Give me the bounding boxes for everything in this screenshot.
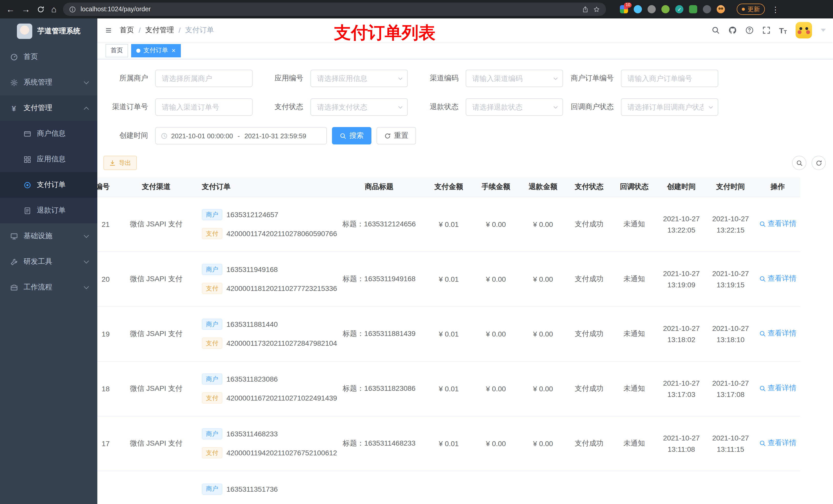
actions-cell: 查看详情 bbox=[755, 251, 800, 306]
tab-label: 支付订单 bbox=[143, 46, 168, 55]
sidebar-item-infra[interactable]: 基础设施 bbox=[0, 223, 97, 249]
avatar-caret-icon[interactable] bbox=[821, 29, 826, 32]
browser-back-button[interactable]: ← bbox=[6, 5, 15, 14]
export-button[interactable]: 导出 bbox=[103, 156, 137, 170]
breadcrumb-home[interactable]: 首页 bbox=[120, 26, 134, 35]
col-header-amount: 支付金额 bbox=[425, 177, 472, 197]
share-icon[interactable] bbox=[582, 6, 589, 13]
app-no-select[interactable] bbox=[311, 70, 407, 87]
pay-amount: ¥ 0.01 bbox=[425, 306, 472, 361]
order-id: 18 bbox=[97, 361, 118, 416]
refresh-table-button[interactable] bbox=[811, 156, 826, 170]
fullscreen-icon[interactable] bbox=[762, 26, 770, 34]
pay-status-select[interactable] bbox=[311, 99, 407, 115]
browser-home-button[interactable]: ⌂ bbox=[51, 5, 56, 14]
address-bar[interactable]: localhost:1024/pay/order bbox=[63, 3, 606, 16]
sidebar-toggle-icon[interactable]: ≡ bbox=[105, 24, 112, 36]
pay-tag: 支付 bbox=[202, 228, 222, 239]
view-detail-link[interactable]: 查看详情 bbox=[759, 439, 796, 448]
reset-button[interactable]: 重置 bbox=[377, 127, 416, 144]
extension-icon[interactable] bbox=[648, 5, 656, 13]
view-detail-link[interactable]: 查看详情 bbox=[759, 219, 796, 229]
merchant-order-no: 1635311881440 bbox=[227, 320, 278, 328]
field-label: 商户订单编号 bbox=[568, 74, 621, 83]
pay-status: 支付成功 bbox=[567, 306, 612, 361]
user-avatar[interactable] bbox=[795, 22, 812, 39]
view-detail-link[interactable]: 查看详情 bbox=[759, 329, 796, 338]
actions-cell: 查看详情 bbox=[755, 306, 800, 361]
search-button[interactable]: 搜索 bbox=[332, 127, 372, 144]
extension-check-icon[interactable]: ✓ bbox=[675, 5, 684, 13]
pay-order-cell: 商户 1635311949168 支付 42000011812021102777… bbox=[195, 251, 333, 306]
close-icon[interactable]: × bbox=[172, 47, 175, 54]
chevron-down-icon bbox=[84, 233, 89, 238]
pay-amount: ¥ 0.01 bbox=[425, 251, 472, 306]
view-detail-label: 查看详情 bbox=[768, 439, 796, 448]
sidebar-item-pay[interactable]: ¥ 支付管理 bbox=[0, 95, 97, 121]
extension-icon[interactable] bbox=[634, 5, 642, 13]
col-header-title: 商品标题 bbox=[333, 177, 425, 197]
pay-order-cell: 商户 1635311468233 支付 42000011942021102767… bbox=[195, 416, 333, 471]
site-info-icon[interactable] bbox=[69, 6, 76, 13]
font-size-icon[interactable]: TT bbox=[779, 26, 787, 34]
extensions-puzzle-icon[interactable] bbox=[703, 5, 711, 13]
tab-home[interactable]: 首页 bbox=[105, 44, 128, 57]
product-title: 标题：1635312124656 bbox=[333, 197, 425, 251]
pay-amount: ¥ 0.01 bbox=[425, 197, 472, 251]
sidebar-item-system[interactable]: 系统管理 bbox=[0, 70, 97, 95]
export-button-label: 导出 bbox=[119, 159, 131, 167]
create-time: 13:17:03 bbox=[657, 388, 706, 400]
breadcrumb-pay[interactable]: 支付管理 bbox=[145, 26, 174, 35]
view-detail-link[interactable]: 查看详情 bbox=[759, 274, 796, 284]
help-icon[interactable] bbox=[745, 26, 753, 34]
view-detail-link[interactable]: 查看详情 bbox=[759, 384, 796, 393]
field-label: 退款状态 bbox=[413, 102, 466, 112]
sidebar-item-workflow[interactable]: 工作流程 bbox=[0, 274, 97, 300]
search-icon[interactable] bbox=[711, 26, 719, 34]
pay-transaction-no: 4200001173202110272847982104 bbox=[227, 339, 337, 347]
date-start-value: 2021-10-01 00:00:00 bbox=[171, 132, 233, 140]
merchant-order-no: 1635311823086 bbox=[227, 375, 278, 383]
toggle-search-button[interactable] bbox=[792, 156, 806, 170]
pay-tag: 支付 bbox=[202, 283, 222, 294]
monitor-icon bbox=[9, 232, 19, 240]
app-root: ← → ⌂ localhost:1024/pay/order 10 ✓ 更新 ⋮ bbox=[0, 0, 833, 504]
browser-update-button[interactable]: 更新 bbox=[737, 4, 765, 15]
extension-icon[interactable] bbox=[689, 5, 697, 13]
extension-icon[interactable]: 10 bbox=[620, 5, 628, 13]
browser-reload-button[interactable] bbox=[37, 5, 45, 13]
dashboard-icon bbox=[9, 53, 19, 61]
refund-status-select[interactable] bbox=[466, 99, 563, 115]
pay-channel: 微信 JSAPI 支付 bbox=[118, 416, 195, 471]
merchant-tag: 商户 bbox=[202, 483, 222, 495]
browser-forward-button[interactable]: → bbox=[22, 5, 30, 14]
extension-icon[interactable] bbox=[662, 5, 670, 13]
table-row: 19 微信 JSAPI 支付 商户 1635311881440 支付 bbox=[97, 306, 800, 361]
sidebar-item-label: 支付订单 bbox=[37, 180, 66, 190]
github-icon[interactable] bbox=[728, 26, 736, 34]
view-detail-label: 查看详情 bbox=[768, 329, 796, 338]
sidebar-item-app-info[interactable]: 应用信息 bbox=[0, 146, 97, 172]
sidebar-item-merchant-info[interactable]: 商户信息 bbox=[0, 121, 97, 146]
sidebar-item-home[interactable]: 首页 bbox=[0, 44, 97, 70]
channel-code-select[interactable] bbox=[466, 70, 563, 87]
merchant-input[interactable] bbox=[156, 70, 252, 87]
pay-order-cell: 商户 1635311881440 支付 42000011732021102728… bbox=[195, 306, 333, 361]
notify-status-select[interactable] bbox=[621, 99, 718, 115]
sidebar-item-refund-order[interactable]: 退款订单 bbox=[0, 198, 97, 223]
tool-icon bbox=[9, 258, 19, 266]
sidebar-item-devtools[interactable]: 研发工具 bbox=[0, 249, 97, 274]
tab-pay-order[interactable]: 支付订单 × bbox=[131, 44, 181, 57]
create-time-range-picker[interactable]: 2021-10-01 00:00:00 - 2021-10-31 23:59:5… bbox=[155, 127, 327, 144]
table-row: 21 微信 JSAPI 支付 商户 1635312124657 支付 bbox=[97, 197, 800, 251]
profile-avatar-icon[interactable] bbox=[717, 5, 725, 13]
notify-status: 未通知 bbox=[612, 361, 657, 416]
date-range-separator: - bbox=[236, 132, 241, 140]
pay-time-cell: 2021-10-27 13:19:15 bbox=[706, 251, 755, 306]
browser-menu-icon[interactable]: ⋮ bbox=[772, 5, 780, 13]
channel-order-no-input[interactable] bbox=[156, 99, 252, 115]
sidebar-item-pay-order[interactable]: 支付订单 bbox=[0, 172, 97, 198]
merchant-order-no-input[interactable] bbox=[621, 70, 718, 87]
bookmark-star-icon[interactable] bbox=[594, 6, 600, 13]
pay-amount: ¥ 0.01 bbox=[425, 416, 472, 471]
